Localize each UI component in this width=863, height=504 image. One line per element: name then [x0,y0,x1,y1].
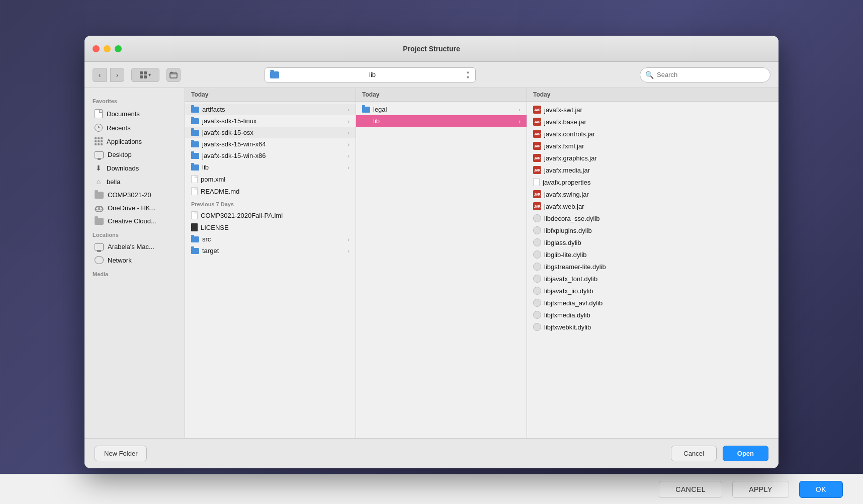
window-minimize-button[interactable] [104,45,111,52]
file-item-libglass[interactable]: libglass.dylib [527,236,779,248]
dialog-title: Project Structure [403,45,460,53]
forward-button[interactable]: › [110,68,124,82]
apps-icon [95,137,103,145]
file-item-name: javafx.base.jar [544,118,772,126]
file-item-name: src [202,235,344,243]
window-close-button[interactable] [93,45,100,52]
sidebar-item-comp3021[interactable]: COMP3021-20 [87,189,183,201]
file-item-javafx-swing[interactable]: JAR javafx.swing.jar [527,188,779,200]
dylib-icon [533,263,541,271]
file-item-javafx-controls[interactable]: JAR javafx.controls.jar [527,128,779,140]
dylib-icon [533,299,541,307]
file-item-javafx-win64[interactable]: javafx-sdk-15-win-x64 › [185,138,356,150]
file-item-lib2[interactable]: lib › [356,115,527,127]
dylib-icon [533,226,541,234]
file-item-name: javafx.web.jar [544,203,772,210]
file-item-name: javafx.controls.jar [544,130,772,138]
file-item-libjfxmedia-avf[interactable]: libjfxmedia_avf.dylib [527,297,779,309]
new-folder-button[interactable]: New Folder [95,446,147,461]
file-item-name: javafx-sdk-15-win-x64 [202,140,344,148]
file-item-javafx-graphics[interactable]: JAR javafx.graphics.jar [527,152,779,164]
sidebar-item-applications-label: Applications [107,138,142,145]
file-item-javafx-osx[interactable]: javafx-sdk-15-osx › [185,127,356,138]
file-item-name: COMP3021-2020Fall-PA.iml [201,212,350,219]
sidebar-item-recents[interactable]: Recents [87,121,183,134]
file-item-libdecora[interactable]: libdecora_sse.dylib [527,212,779,224]
file-item-javafx-win86[interactable]: javafx-sdk-15-win-x86 › [185,150,356,161]
sidebar-item-network[interactable]: Network [87,254,183,267]
folder-icon [191,141,199,147]
project-cancel-button[interactable]: CANCEL [659,481,722,498]
file-item-name: libfxplugins.dylib [544,227,772,234]
sidebar-item-bella[interactable]: ⌂ bella [87,175,183,188]
file-item-libgstreamer[interactable]: libgstreamer-lite.dylib [527,261,779,273]
sidebar-item-desktop[interactable]: Desktop [87,148,183,161]
chevron-right-icon: › [348,118,350,124]
new-folder-toolbar-button[interactable] [166,68,181,82]
search-input[interactable] [657,71,765,78]
sidebar-item-mac[interactable]: Arabela's Mac... [87,240,183,253]
open-button[interactable]: Open [723,446,768,461]
file-item-lib[interactable]: lib › [185,161,356,173]
file-item-libglib-lite[interactable]: libglib-lite.dylib [527,248,779,261]
cancel-button[interactable]: Cancel [671,446,716,461]
file-item-target[interactable]: target › [185,245,356,257]
new-folder-icon [169,71,178,79]
file-item-javafx-base[interactable]: JAR javafx.base.jar [527,116,779,128]
project-apply-button[interactable]: APPLY [732,481,789,498]
sidebar-item-applications[interactable]: Applications [87,135,183,148]
dylib-icon [533,275,541,283]
file-item-javafx-linux[interactable]: javafx-sdk-15-linux › [185,115,356,127]
file-item-name: target [202,247,344,255]
project-ok-button[interactable]: OK [799,481,843,498]
sidebar-item-downloads[interactable]: ⬇ Downloads [87,161,183,175]
folder-icon [191,130,199,136]
window-maximize-button[interactable] [115,45,122,52]
file-item-src[interactable]: src › [185,233,356,245]
sidebar-item-downloads-label: Downloads [107,164,139,172]
jar-icon: JAR [533,190,541,198]
file-item-name: javafx.fxml.jar [544,142,772,150]
col1-items: artifacts › javafx-sdk-15-linux › javafx… [185,102,356,438]
file-item-libjavafx-font[interactable]: libjavafx_font.dylib [527,273,779,285]
back-button[interactable]: ‹ [93,68,107,82]
search-icon: 🔍 [645,71,654,79]
file-item-javafx-fxml[interactable]: JAR javafx.fxml.jar [527,140,779,152]
file-item-readme[interactable]: README.md [185,185,356,197]
file-item-name: javafx.graphics.jar [544,154,772,162]
file-item-comp-iml[interactable]: COMP3021-2020Fall-PA.iml [185,209,356,221]
file-item-pom[interactable]: pom.xml [185,173,356,185]
file-item-libjavafx-iio[interactable]: libjavafx_iio.dylib [527,285,779,297]
file-item-libjfxmedia[interactable]: libjfxmedia.dylib [527,309,779,321]
file-item-name: javafx.properties [543,179,772,186]
file-item-legal[interactable]: legal › [356,104,527,115]
col2-items: legal › lib › [356,102,527,438]
file-item-name: lib [373,117,515,125]
file-item-libjfxwebkit[interactable]: libjfxwebkit.dylib [527,321,779,333]
dylib-icon [533,287,541,295]
file-item-name: README.md [201,188,350,195]
document-icon [191,187,198,195]
footer-right: Cancel Open [671,446,768,461]
file-item-name: javafx.media.jar [544,166,772,174]
file-item-artifacts[interactable]: artifacts › [185,104,356,115]
search-box[interactable]: 🔍 [640,67,770,82]
view-chevron-icon: ▾ [148,72,151,77]
file-item-javafx-media[interactable]: JAR javafx.media.jar [527,164,779,176]
file-item-libfxplugins[interactable]: libfxplugins.dylib [527,224,779,236]
clock-icon [95,124,103,132]
file-item-javafx-web[interactable]: JAR javafx.web.jar [527,200,779,212]
dialog-toolbar: ‹ › ▾ lib ▲ ▼ 🔍 [84,62,779,88]
file-item-javafx-swt[interactable]: JAR javafx-swt.jar [527,104,779,116]
sidebar-item-creative-cloud[interactable]: Creative Cloud... [87,215,183,227]
file-column-3: Today JAR javafx-swt.jar JAR javafx.base… [527,88,779,438]
location-name: lib [283,71,462,78]
file-item-license[interactable]: LICENSE [185,221,356,233]
location-selector[interactable]: lib ▲ ▼ [265,67,476,82]
file-item-name: libglass.dylib [544,239,772,246]
view-toggle-button[interactable]: ▾ [131,68,159,82]
sidebar-item-onedrive[interactable]: OneDrive - HK... [87,202,183,214]
file-item-javafx-properties[interactable]: javafx.properties [527,176,779,188]
sidebar-item-documents[interactable]: Documents [87,107,183,121]
jar-icon: JAR [533,154,541,162]
